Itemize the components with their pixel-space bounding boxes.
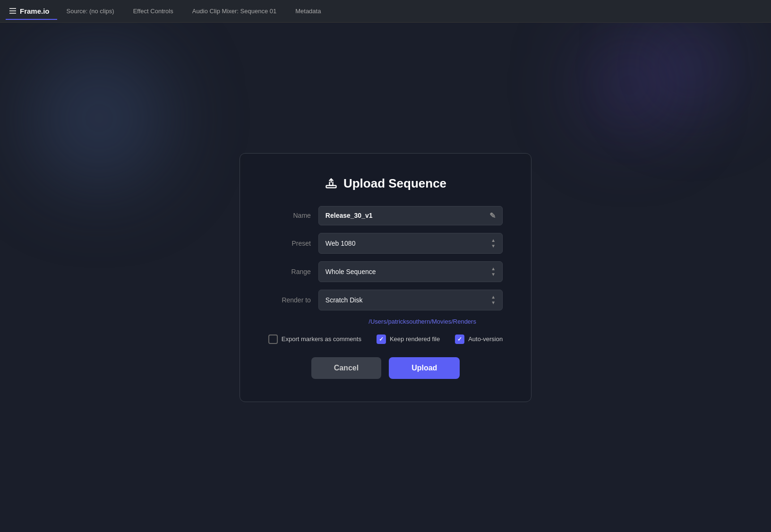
- main-content: Upload Sequence Name Release_30_v1 ✎ Pre…: [0, 23, 771, 532]
- keep-rendered-label: Keep rendered file: [390, 335, 440, 343]
- form-row-range: Range Whole Sequence ▲ ▼: [268, 261, 503, 282]
- buttons-row: Cancel Upload: [311, 357, 460, 379]
- path-row: /Users/patricksouthern/Movies/Renders: [268, 318, 503, 335]
- range-label: Range: [268, 268, 311, 275]
- preset-value: Web 1080: [326, 240, 356, 247]
- name-input[interactable]: Release_30_v1 ✎: [318, 206, 503, 225]
- name-value: Release_30_v1: [326, 212, 373, 219]
- form-row-name: Name Release_30_v1 ✎: [268, 206, 503, 225]
- dialog-wrapper: Upload Sequence Name Release_30_v1 ✎ Pre…: [240, 153, 531, 402]
- range-value: Whole Sequence: [326, 268, 376, 275]
- checkbox-export-markers[interactable]: Export markers as comments: [268, 335, 361, 344]
- dialog-title: Upload Sequence: [325, 176, 446, 191]
- range-select[interactable]: Whole Sequence ▲ ▼: [318, 261, 503, 282]
- upload-button[interactable]: Upload: [389, 357, 460, 379]
- auto-version-label: Auto-version: [468, 335, 503, 343]
- logo-text: Frame.io: [20, 7, 50, 15]
- auto-version-checkbox-box: [455, 335, 464, 344]
- render-to-spinner: ▲ ▼: [491, 295, 496, 305]
- render-to-label: Render to: [268, 296, 311, 304]
- form-row-preset: Preset Web 1080 ▲ ▼: [268, 233, 503, 254]
- checkboxes-row: Export markers as comments Keep rendered…: [268, 335, 503, 344]
- preset-select[interactable]: Web 1080 ▲ ▼: [318, 233, 503, 254]
- render-path-link[interactable]: /Users/patricksouthern/Movies/Renders: [342, 318, 503, 325]
- tab-metadata[interactable]: Metadata: [286, 1, 330, 22]
- tab-frameio[interactable]: Frame.io: [6, 3, 57, 20]
- form-rows: Name Release_30_v1 ✎ Preset Web 1080 ▲ ▼: [268, 206, 503, 310]
- range-spinner: ▲ ▼: [491, 266, 496, 277]
- edit-icon: ✎: [489, 211, 496, 220]
- dialog-heading: Upload Sequence: [343, 176, 446, 191]
- name-label: Name: [268, 212, 311, 219]
- render-to-select[interactable]: Scratch Disk ▲ ▼: [318, 290, 503, 310]
- preset-spinner: ▲ ▼: [491, 238, 496, 249]
- tab-effect[interactable]: Effect Controls: [124, 1, 183, 22]
- tab-audio[interactable]: Audio Clip Mixer: Sequence 01: [183, 1, 286, 22]
- form-row-render-to: Render to Scratch Disk ▲ ▼: [268, 290, 503, 310]
- export-markers-label: Export markers as comments: [282, 335, 361, 343]
- checkbox-auto-version[interactable]: Auto-version: [455, 335, 503, 344]
- hamburger-icon: [9, 8, 16, 14]
- export-markers-checkbox-box: [268, 335, 278, 344]
- preset-label: Preset: [268, 240, 311, 247]
- checkbox-keep-rendered[interactable]: Keep rendered file: [377, 335, 440, 344]
- tab-bar: Frame.io Source: (no clips) Effect Contr…: [0, 0, 771, 23]
- render-to-value: Scratch Disk: [326, 296, 363, 304]
- tab-source[interactable]: Source: (no clips): [57, 1, 124, 22]
- keep-rendered-checkbox-box: [377, 335, 386, 344]
- upload-icon: [325, 177, 338, 190]
- svg-rect-0: [326, 186, 336, 188]
- cancel-button[interactable]: Cancel: [311, 357, 381, 379]
